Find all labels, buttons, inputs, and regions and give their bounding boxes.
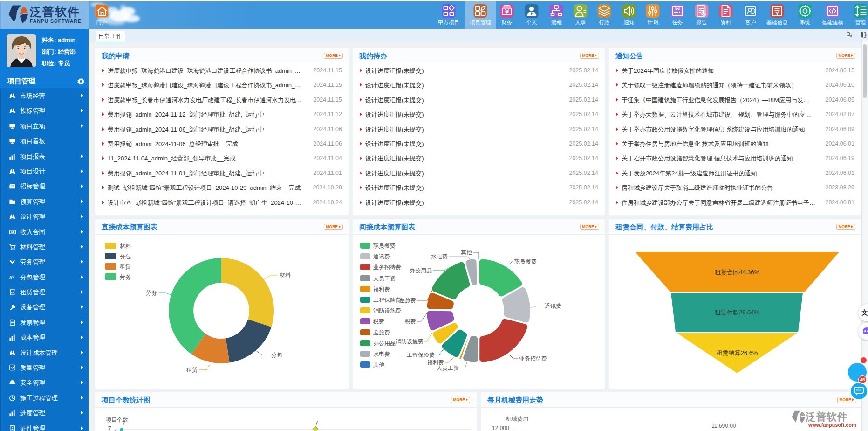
svg-text:材料: 材料 — [279, 272, 291, 278]
svg-text:11,690.00: 11,690.00 — [711, 423, 736, 429]
svg-text:分包: 分包 — [120, 253, 131, 260]
svg-text:租赁: 租赁 — [119, 264, 131, 270]
svg-text:水电费: 水电费 — [373, 351, 390, 357]
svg-text:租赁付款29.04%: 租赁付款29.04% — [715, 309, 760, 316]
svg-text:消防设施费: 消防设施费 — [373, 307, 401, 314]
svg-text:劳务: 劳务 — [146, 290, 157, 296]
svg-text:工程保险费: 工程保险费 — [407, 352, 435, 358]
svg-text:7: 7 — [122, 420, 125, 427]
svg-text:1: 1 — [12, 231, 14, 233]
svg-text:工程保险费: 工程保险费 — [373, 297, 401, 303]
svg-text:福利费: 福利费 — [373, 286, 390, 292]
svg-text:差旅费: 差旅费 — [373, 329, 390, 336]
svg-text:其他: 其他 — [461, 249, 472, 256]
svg-text:劳务: 劳务 — [120, 274, 131, 280]
svg-text:水电费: 水电费 — [431, 253, 448, 260]
svg-text:7: 7 — [108, 425, 111, 431]
svg-text:职员餐费: 职员餐费 — [514, 258, 537, 265]
svg-text:税费: 税费 — [373, 318, 384, 325]
svg-text:税费: 税费 — [404, 318, 416, 325]
svg-text:材料: 材料 — [119, 243, 131, 250]
svg-text:消防设施费: 消防设施费 — [396, 338, 424, 345]
svg-text:租赁: 租赁 — [186, 367, 198, 373]
svg-text:通讯费: 通讯费 — [373, 253, 390, 260]
svg-text:业务招待费: 业务招待费 — [519, 355, 547, 362]
svg-text:12,000: 12,000 — [492, 425, 509, 431]
svg-text:其他: 其他 — [373, 361, 385, 368]
svg-text:x²: x² — [9, 275, 14, 280]
svg-text:机械费用: 机械费用 — [506, 416, 528, 422]
svg-text:人员工资: 人员工资 — [437, 365, 459, 371]
svg-text:业务招待费: 业务招待费 — [373, 264, 401, 271]
svg-text:办公用品: 办公用品 — [410, 267, 432, 274]
svg-text:7: 7 — [315, 420, 318, 426]
svg-text:差旅费: 差旅费 — [399, 297, 416, 304]
svg-text:人员工资: 人员工资 — [373, 275, 396, 282]
svg-text:租赁结算26.6%: 租赁结算26.6% — [717, 349, 758, 356]
svg-text:办公用品: 办公用品 — [373, 340, 396, 347]
svg-text:职员餐费: 职员餐费 — [373, 243, 396, 249]
svg-text:租赁合同44.36%: 租赁合同44.36% — [715, 269, 760, 276]
svg-text:分包: 分包 — [271, 352, 282, 358]
svg-text:通讯费: 通讯费 — [545, 303, 561, 309]
